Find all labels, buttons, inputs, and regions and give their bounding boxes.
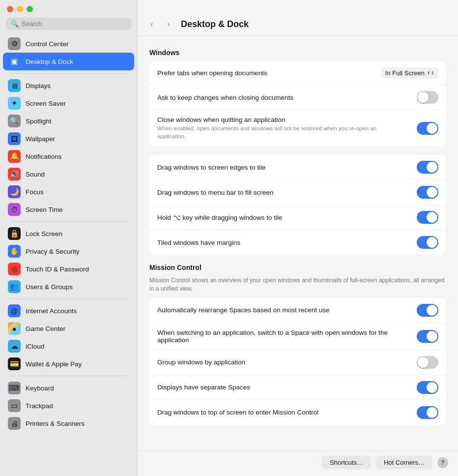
sidebar-item-icloud[interactable]: ☁iCloud (3, 337, 134, 355)
sidebar-item-sound[interactable]: 🔊Sound (3, 165, 134, 183)
sidebar-item-displays[interactable]: 🖥Displays (3, 77, 134, 94)
sidebar-separator (10, 376, 127, 376)
mission-control-desc: Mission Control shows an overview of you… (149, 276, 446, 293)
maximize-button[interactable] (27, 6, 33, 12)
toggle-ask-keep-changes[interactable] (417, 91, 438, 104)
setting-label-drag-menubar-fill: Drag windows to menu bar to fill screen (157, 189, 417, 196)
sidebar-item-label: Wallet & Apple Pay (26, 360, 82, 368)
sidebar-item-wallpaper[interactable]: 🖼Wallpaper (3, 130, 134, 148)
toggle-switch-space[interactable] (417, 330, 438, 343)
spotlight-icon: 🔍 (8, 115, 21, 127)
tiling-card: Drag windows to screen edges to tileDrag… (149, 155, 446, 255)
sidebar-item-control-center[interactable]: ⚙Control Center (3, 35, 134, 53)
setting-row-ask-keep-changes: Ask to keep changes when closing documen… (149, 85, 446, 110)
setting-row-group-windows: Group windows by application (149, 350, 446, 375)
setting-row-drag-top-mission: Drag windows to top of screen to enter M… (149, 400, 446, 425)
sidebar-item-screen-time[interactable]: ⏱Screen Time (3, 201, 134, 218)
printers-icon: 🖨 (8, 417, 21, 430)
sidebar-item-spotlight[interactable]: 🔍Spotlight (3, 112, 134, 130)
sidebar-item-users-groups[interactable]: 👥Users & Groups (3, 278, 134, 296)
sidebar-item-label: iCloud (26, 343, 44, 350)
sidebar-item-label: Screen Saver (26, 100, 66, 107)
notifications-icon: 🔔 (8, 150, 21, 163)
main-panel: ‹ › Desktop & Dock Windows Prefer tabs w… (138, 0, 458, 476)
setting-row-auto-rearrange: Automatically rearrange Spaces based on … (149, 298, 446, 323)
hot-corners-button[interactable]: Hot Corners… (376, 456, 432, 469)
toggle-tiled-margins[interactable] (417, 236, 438, 249)
setting-label-drag-top-mission: Drag windows to top of screen to enter M… (157, 409, 417, 416)
content-area: Windows Prefer tabs when opening documen… (138, 36, 458, 450)
toggle-close-windows-quitting[interactable] (417, 122, 438, 135)
sidebar-separator (10, 73, 127, 74)
setting-label-tiled-margins: Tiled windows have margins (157, 239, 417, 246)
sidebar-item-privacy-security[interactable]: ✋Privacy & Security (3, 242, 134, 260)
sidebar-item-lock-screen[interactable]: 🔒Lock Screen (3, 225, 134, 242)
setting-label-ask-keep-changes: Ask to keep changes when closing documen… (157, 94, 417, 101)
trackpad-icon: ▭ (8, 399, 21, 412)
sidebar-item-screen-saver[interactable]: ✦Screen Saver (3, 94, 134, 112)
displays-icon: 🖥 (8, 79, 21, 92)
sidebar-item-label: Spotlight (26, 118, 52, 125)
touch-id-icon: ◎ (8, 263, 21, 275)
setting-row-close-windows-quitting: Close windows when quitting an applicati… (149, 110, 446, 146)
focus-icon: 🌙 (8, 185, 21, 198)
sidebar-item-internet-accounts[interactable]: @Internet Accounts (3, 302, 134, 320)
lock-screen-icon: 🔒 (8, 227, 21, 240)
toggle-auto-rearrange[interactable] (417, 304, 438, 317)
sidebar-item-touch-id[interactable]: ◎Touch ID & Password (3, 260, 134, 278)
help-button[interactable]: ? (437, 457, 448, 468)
shortcuts-button[interactable]: Shortcuts… (322, 456, 371, 469)
toggle-hold-option-tile[interactable] (417, 211, 438, 224)
setting-row-switch-space: When switching to an application, switch… (149, 323, 446, 350)
setting-row-drag-edges-tile: Drag windows to screen edges to tile (149, 155, 446, 180)
search-input[interactable] (22, 20, 126, 28)
users-groups-icon: 👥 (8, 280, 21, 293)
windows-section-title: Windows (149, 49, 446, 57)
sidebar-item-printers[interactable]: 🖨Printers & Scanners (3, 415, 134, 432)
toggle-drag-menubar-fill[interactable] (417, 186, 438, 199)
sidebar-item-label: Displays (26, 82, 51, 89)
close-button[interactable] (7, 6, 13, 12)
mission-control-section-title: Mission Control (149, 264, 446, 271)
sidebar-item-label: Keyboard (26, 385, 54, 392)
keyboard-icon: ⌨ (8, 382, 21, 394)
select-prefer-tabs[interactable]: In Full Screen ⬆⬇ (381, 67, 438, 79)
minimize-button[interactable] (17, 6, 23, 12)
sidebar-item-label: Control Center (26, 40, 69, 48)
sidebar-item-trackpad[interactable]: ▭Trackpad (3, 397, 134, 415)
sidebar-item-desktop-dock[interactable]: ▣Desktop & Dock (3, 53, 134, 70)
setting-row-drag-menubar-fill: Drag windows to menu bar to fill screen (149, 180, 446, 205)
sidebar-separator (10, 298, 127, 299)
toggle-group-windows[interactable] (417, 356, 438, 369)
sound-icon: 🔊 (8, 168, 21, 180)
mission-control-card: Automatically rearrange Spaces based on … (149, 298, 446, 425)
setting-label-separate-spaces: Displays have separate Spaces (157, 384, 417, 391)
sidebar-item-label: Sound (26, 171, 45, 178)
sidebar-item-keyboard[interactable]: ⌨Keyboard (3, 379, 134, 397)
wallpaper-icon: 🖼 (8, 132, 21, 145)
search-bar[interactable]: 🔍 (6, 18, 131, 30)
setting-row-hold-option-tile: Hold ⌥ key while dragging windows to til… (149, 205, 446, 230)
toggle-separate-spaces[interactable] (417, 381, 438, 394)
sidebar-item-game-center[interactable]: ●Game Center (3, 320, 134, 337)
forward-button[interactable]: › (162, 18, 175, 30)
control-center-icon: ⚙ (8, 37, 21, 50)
sidebar-item-notifications[interactable]: 🔔Notifications (3, 148, 134, 165)
sidebar-item-label: Touch ID & Password (26, 266, 89, 273)
toggle-drag-top-mission[interactable] (417, 406, 438, 419)
game-center-icon: ● (8, 322, 21, 335)
internet-accounts-icon: @ (8, 304, 21, 317)
setting-label-close-windows-quitting: Close windows when quitting an applicati… (157, 116, 411, 123)
setting-label-wrap-close-windows-quitting: Close windows when quitting an applicati… (157, 116, 417, 140)
search-icon: 🔍 (11, 20, 19, 28)
sidebar-item-label: Game Center (26, 325, 65, 332)
setting-label-drag-edges-tile: Drag windows to screen edges to tile (157, 164, 417, 171)
sidebar-item-wallet[interactable]: 💳Wallet & Apple Pay (3, 355, 134, 373)
page-title: Desktop & Dock (181, 19, 249, 30)
titlebar: ‹ › Desktop & Dock (138, 0, 458, 36)
sidebar: 🔍 ⚙Control Center▣Desktop & Dock🖥Display… (0, 0, 138, 476)
sidebar-item-focus[interactable]: 🌙Focus (3, 183, 134, 201)
toggle-drag-edges-tile[interactable] (417, 161, 438, 174)
back-button[interactable]: ‹ (145, 18, 158, 30)
desktop-dock-icon: ▣ (8, 55, 21, 68)
